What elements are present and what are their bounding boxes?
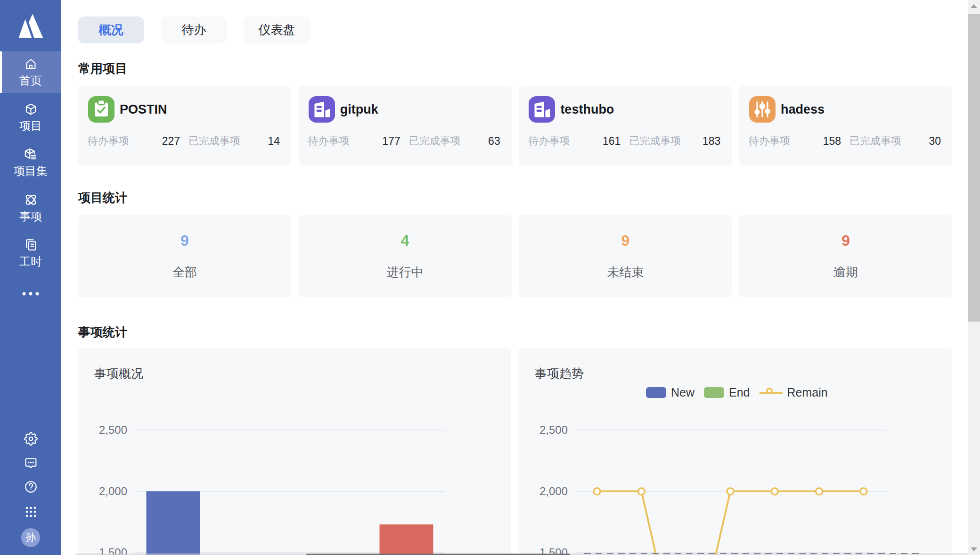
tab-todo[interactable]: 待办 (161, 17, 227, 43)
user-avatar[interactable]: 孙 (21, 528, 40, 547)
main-content: 概况 待办 仪表盘 常用项目 POSTIN 待办事项 227 (61, 0, 980, 555)
building-icon (529, 96, 555, 123)
scroll-down-arrow-icon[interactable] (971, 547, 977, 551)
feedback-button[interactable] (0, 456, 61, 470)
stat-pair: 待办事项 227 (88, 134, 180, 148)
bar[interactable] (380, 524, 433, 555)
stat-pair: 已完成事项 183 (629, 134, 720, 148)
vertical-scrollbar-thumb[interactable] (968, 14, 980, 322)
project-name: gitpuk (340, 96, 378, 123)
sidebar-item-issues[interactable]: 事项 (0, 187, 61, 229)
stat-pair: 待办事项 161 (528, 134, 621, 148)
todo-value: 158 (823, 135, 841, 148)
stat-card-unfinished[interactable]: 9 未结束 (519, 215, 732, 297)
section-title-projects: 常用项目 (78, 60, 127, 77)
stat-label: 进行中 (299, 264, 512, 281)
stat-pair: 已完成事项 30 (849, 134, 941, 148)
issue-icon (0, 192, 61, 207)
todo-label: 待办事项 (528, 134, 570, 148)
line-chart[interactable]: 2,5002,0001,500 (518, 348, 952, 555)
bar-chart[interactable]: 2,5002,0001,500 (78, 348, 511, 555)
data-point-marker[interactable] (727, 488, 734, 495)
chart-card-row: 事项概况 2,5002,0001,500 事项趋势 New End Remain (78, 348, 952, 555)
stat-value: 9 (519, 232, 732, 249)
gear-icon (24, 432, 38, 446)
todo-value: 177 (382, 135, 400, 148)
stat-card-row: 9 全部 4 进行中 9 未结束 9 逾期 (78, 215, 952, 297)
done-value: 183 (702, 135, 720, 148)
project-card[interactable]: hadess 待办事项 158 已完成事项 30 (739, 86, 952, 166)
project-card[interactable]: POSTIN 待办事项 227 已完成事项 14 (78, 86, 291, 166)
data-point-marker[interactable] (816, 488, 823, 495)
data-point-marker[interactable] (860, 488, 867, 495)
apps-button[interactable] (0, 505, 61, 519)
tab-overview[interactable]: 概况 (78, 17, 144, 43)
project-card-stats: 待办事项 158 已完成事项 30 (749, 134, 941, 148)
logo-triangle-large (29, 14, 43, 38)
project-card-stats: 待办事项 227 已完成事项 14 (88, 134, 280, 148)
sidebar-item-label: 事项 (0, 209, 61, 224)
issue-overview-chart-card: 事项概况 2,5002,0001,500 (78, 348, 511, 555)
project-card-row: POSTIN 待办事项 227 已完成事项 14 (78, 86, 952, 166)
settings-button[interactable] (0, 432, 61, 446)
sidebar-item-home[interactable]: 首页 (0, 51, 61, 93)
project-name: hadess (781, 96, 825, 123)
cube-icon (0, 101, 61, 116)
section-title-project-stats: 项目统计 (78, 190, 127, 206)
y-axis-tick-label: 2,500 (99, 423, 127, 436)
stat-value: 9 (739, 232, 952, 249)
tab-dashboard[interactable]: 仪表盘 (244, 17, 310, 43)
done-label: 已完成事项 (409, 134, 461, 148)
stat-pair: 已完成事项 14 (188, 134, 280, 148)
trend-line (597, 491, 864, 555)
data-point-marker[interactable] (594, 488, 600, 495)
project-card[interactable]: gitpuk 待办事项 177 已完成事项 63 (299, 86, 512, 166)
project-card[interactable]: testhubo 待办事项 161 已完成事项 183 (519, 86, 732, 166)
project-name: testhubo (560, 96, 614, 123)
y-axis-tick-label: 2,000 (539, 485, 568, 497)
clipboard-icon (88, 96, 114, 123)
sidebar-item-project-set[interactable]: 项目集 (0, 142, 61, 183)
stat-label: 未结束 (519, 264, 732, 281)
sliders-icon (749, 96, 776, 123)
stat-card-ongoing[interactable]: 4 进行中 (299, 215, 512, 297)
done-label: 已完成事项 (849, 134, 901, 148)
stat-label: 全部 (78, 264, 291, 281)
y-axis-tick-label: 2,000 (99, 485, 127, 497)
sidebar-item-label: 首页 (0, 74, 61, 88)
stat-value: 4 (299, 232, 512, 249)
done-value: 14 (268, 135, 280, 148)
project-name: POSTIN (120, 96, 167, 123)
issue-trend-chart-card: 事项趋势 New End Remain 2,5002,0001,500 (518, 348, 952, 555)
bar[interactable] (147, 491, 200, 555)
apps-grid-icon (24, 505, 38, 519)
xaxis-dashed-line (584, 553, 920, 555)
todo-value: 161 (603, 135, 621, 148)
scroll-up-arrow-icon[interactable] (971, 4, 977, 8)
data-point-marker[interactable] (638, 488, 645, 495)
sidebar-more-button[interactable] (0, 290, 61, 299)
section-title-issue-stats: 事项统计 (78, 324, 127, 340)
view-tabs: 概况 待办 仪表盘 (78, 17, 310, 43)
chat-icon (24, 456, 38, 470)
building-icon (309, 96, 335, 123)
stat-label: 逾期 (739, 264, 952, 281)
stat-value: 9 (78, 232, 291, 249)
todo-label: 待办事项 (88, 134, 129, 148)
todo-value: 227 (162, 135, 180, 148)
stat-card-all[interactable]: 9 全部 (78, 215, 291, 297)
sidebar-item-label: 项目 (0, 119, 61, 133)
done-value: 63 (488, 135, 500, 148)
help-button[interactable] (0, 480, 61, 494)
sidebar-item-worktime[interactable]: 工时 (0, 232, 61, 274)
sidebar-item-label: 项目集 (0, 164, 61, 178)
todo-label: 待办事项 (749, 134, 790, 148)
project-card-stats: 待办事项 177 已完成事项 63 (308, 134, 500, 148)
app-logo[interactable] (0, 0, 61, 51)
stat-card-overdue[interactable]: 9 逾期 (739, 215, 952, 297)
sidebar-item-label: 工时 (0, 255, 61, 269)
sidebar: 首页 项目 项目集 事项 (0, 0, 61, 555)
sidebar-item-project[interactable]: 项目 (0, 97, 61, 138)
data-point-marker[interactable] (771, 488, 778, 495)
vertical-scrollbar[interactable] (968, 0, 980, 555)
